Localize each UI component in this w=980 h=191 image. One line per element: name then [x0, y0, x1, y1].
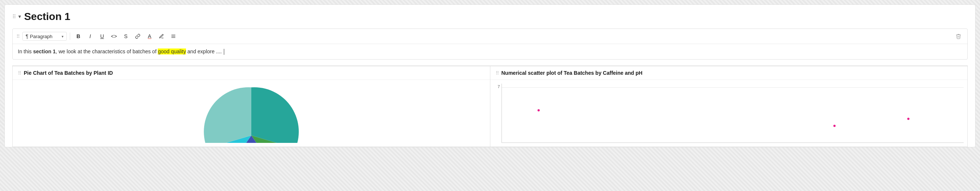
section-header: ⠿ ▼ Section 1	[12, 11, 968, 22]
paragraph-icon: ¶	[25, 33, 29, 39]
editor-block: ⠿ ¶ Paragraph ▾ B I U <> S A	[12, 28, 968, 60]
text-cursor	[224, 49, 224, 55]
pie-chart-title: Pie Chart of Tea Batches by Plant ID	[24, 70, 113, 76]
strikethrough-button[interactable]: S	[121, 31, 131, 41]
pie-chart-header: ⠿ Pie Chart of Tea Batches by Plant ID	[13, 66, 490, 80]
editor-content[interactable]: In this section 1, we look at the charac…	[13, 44, 967, 59]
section-collapse-icon[interactable]: ▼	[18, 14, 22, 19]
scatter-chart-body: 7	[490, 80, 968, 147]
text-bold-section: section 1	[33, 49, 56, 54]
section-container: ⠿ ▼ Section 1 ⠿ ¶ Paragraph ▾ B I U <> S	[5, 5, 975, 147]
scatter-chart-panel: ⠿ Numerical scatter plot of Tea Batches …	[490, 66, 968, 147]
scatter-chart-drag-handle[interactable]: ⠿	[496, 70, 498, 76]
scatter-plot-area	[501, 84, 964, 143]
link-button[interactable]	[132, 31, 143, 41]
font-color-button[interactable]: A	[145, 31, 155, 41]
underline-button[interactable]: U	[97, 31, 107, 41]
y-axis: 7	[494, 84, 501, 143]
section-drag-handle[interactable]: ⠿	[12, 14, 15, 20]
scatter-area: 7	[494, 84, 964, 143]
pie-chart-drag-handle[interactable]: ⠿	[18, 70, 21, 76]
pie-chart-panel: ⠿ Pie Chart of Tea Batches by Plant ID	[12, 66, 490, 147]
text-after: and explore ....	[186, 49, 222, 54]
paragraph-style-label: Paragraph	[30, 34, 60, 39]
section-title: Section 1	[24, 11, 70, 22]
paragraph-style-selector[interactable]: ¶ Paragraph ▾	[22, 32, 67, 41]
editor-drag-handle[interactable]: ⠿	[16, 34, 19, 39]
toolbar-divider-1	[70, 33, 70, 40]
bold-button[interactable]: B	[73, 31, 84, 41]
text-highlight-quality: good quality	[158, 49, 186, 54]
code-button[interactable]: <>	[109, 31, 119, 41]
scatter-dot-2	[834, 125, 835, 127]
align-button[interactable]	[168, 31, 178, 41]
pie-chart-svg	[203, 84, 299, 143]
pie-chart-body	[13, 80, 490, 147]
scatter-dot-1	[538, 109, 540, 111]
italic-button[interactable]: I	[85, 31, 95, 41]
scatter-dot-3	[907, 118, 910, 120]
scatter-chart-header: ⠿ Numerical scatter plot of Tea Batches …	[490, 66, 968, 80]
paragraph-dropdown-arrow: ▾	[62, 35, 64, 38]
scatter-chart-title: Numerical scatter plot of Tea Batches by…	[501, 70, 643, 76]
editor-toolbar: ⠿ ¶ Paragraph ▾ B I U <> S A	[13, 29, 967, 44]
charts-row: ⠿ Pie Chart of Tea Batches by Plant ID	[12, 66, 968, 147]
y-axis-label-7: 7	[498, 84, 500, 89]
grid-line-7	[502, 87, 964, 88]
text-before: In this	[18, 49, 33, 54]
delete-block-button[interactable]	[953, 31, 964, 41]
highlight-button[interactable]	[156, 31, 167, 41]
text-middle: , we look at the characteristics of batc…	[56, 49, 158, 54]
